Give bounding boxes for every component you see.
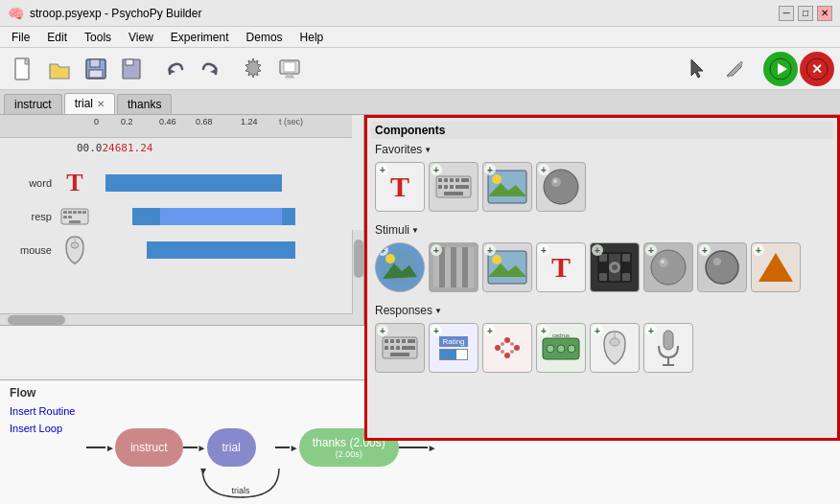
minimize-button[interactable]: ─ <box>779 6 794 21</box>
svg-point-87 <box>510 350 514 354</box>
timeline-counter: 00.024681.24 <box>77 142 152 154</box>
svg-point-66 <box>661 260 665 263</box>
section-responses[interactable]: Responses <box>371 300 833 319</box>
comp-rating[interactable]: + Rating <box>429 323 478 373</box>
menu-edit[interactable]: Edit <box>39 29 75 46</box>
bar-segment <box>147 241 296 259</box>
comp-mouse-resp[interactable]: + <box>590 323 640 373</box>
tab-thanks[interactable]: thanks <box>117 94 172 114</box>
stimuli-grid: + + + + T <box>371 239 833 300</box>
comp-cedrus[interactable]: + cedrus <box>536 323 586 373</box>
comp-keyboard-resp[interactable]: + <box>375 323 425 373</box>
menu-experiment[interactable]: Experiment <box>163 29 237 46</box>
row-icon-mouse[interactable] <box>58 236 92 264</box>
svg-rect-96 <box>664 331 673 350</box>
cursor-button[interactable] <box>681 52 715 86</box>
settings-button[interactable] <box>236 52 270 86</box>
maximize-button[interactable]: □ <box>798 6 813 21</box>
menu-help[interactable]: Help <box>292 29 332 46</box>
close-button[interactable]: ✕ <box>817 6 832 21</box>
redo-button[interactable] <box>194 52 228 86</box>
svg-marker-99 <box>200 469 206 474</box>
svg-point-64 <box>651 250 686 285</box>
svg-rect-75 <box>408 339 415 343</box>
svg-point-88 <box>501 350 504 354</box>
insert-loop-link[interactable]: Insert Loop <box>10 423 62 434</box>
menu-demos[interactable]: Demos <box>239 29 291 46</box>
svg-rect-60 <box>622 273 630 281</box>
svg-rect-30 <box>444 178 448 182</box>
v-scrollbar[interactable] <box>352 230 363 326</box>
loop-arrow: trials <box>193 467 270 503</box>
comp-image-fav[interactable]: + <box>482 162 532 212</box>
save-button[interactable] <box>79 52 113 86</box>
h-scroll-thumb <box>8 315 65 325</box>
monitor-button[interactable] <box>272 52 307 86</box>
svg-rect-35 <box>444 185 448 189</box>
stop-button[interactable]: ✕ <box>800 52 834 86</box>
svg-rect-71 <box>385 339 388 343</box>
comp-sound-fav[interactable]: + <box>536 162 586 212</box>
section-stimuli[interactable]: Stimuli <box>371 219 833 239</box>
row-icon-word[interactable]: T <box>58 169 92 197</box>
svg-rect-37 <box>455 185 469 189</box>
image-icon <box>487 170 527 204</box>
row-label-resp: resp <box>0 211 58 222</box>
comp-triangle[interactable]: + <box>751 242 801 292</box>
svg-rect-78 <box>396 346 400 350</box>
comp-sound-stimuli[interactable]: + <box>643 242 693 292</box>
new-file-button[interactable] <box>6 52 40 86</box>
comp-dots[interactable]: + <box>482 323 532 373</box>
svg-point-95 <box>610 338 619 346</box>
titlebar: 🧠 stroop.psyexp - PsychoPy Builder ─ □ ✕ <box>0 0 840 27</box>
menu-view[interactable]: View <box>121 29 161 46</box>
keyboard-icon <box>435 175 472 198</box>
svg-point-91 <box>557 345 565 353</box>
svg-rect-80 <box>390 353 409 356</box>
svg-point-45 <box>382 249 418 286</box>
row-icon-resp[interactable] <box>58 208 92 225</box>
comp-image-circ[interactable]: + <box>375 242 425 292</box>
flow-node-instruct[interactable]: instruct <box>115 428 183 467</box>
svg-rect-58 <box>622 254 630 262</box>
svg-rect-73 <box>396 339 400 343</box>
text-icon: T <box>66 169 82 197</box>
window-title: stroop.psyexp - PsychoPy Builder <box>30 7 201 20</box>
svg-point-92 <box>568 345 575 353</box>
run-button[interactable] <box>763 52 798 86</box>
section-favorites[interactable]: Favorites <box>371 139 833 158</box>
comp-text[interactable]: + T <box>375 162 425 212</box>
tab-trial[interactable]: trial ✕ <box>64 93 115 114</box>
comp-keyboard-fav[interactable]: + <box>429 162 478 212</box>
svg-point-41 <box>492 174 502 184</box>
tab-instruct[interactable]: instruct <box>4 94 62 114</box>
comp-image-sq[interactable]: + <box>482 242 532 292</box>
comp-polygon[interactable]: + <box>697 242 747 292</box>
flow-line-start <box>86 447 105 448</box>
row-label-word: word <box>0 177 58 189</box>
menu-file[interactable]: File <box>4 29 37 46</box>
svg-text:trials: trials <box>231 486 250 495</box>
save-as-button[interactable] <box>115 52 150 86</box>
favorites-grid: + T + + + <box>371 158 833 219</box>
flow-node-trial[interactable]: trial <box>207 428 256 467</box>
h-scrollbar[interactable] <box>0 313 353 325</box>
svg-rect-50 <box>445 247 451 287</box>
comp-text-stimuli[interactable]: + T <box>536 242 586 292</box>
svg-rect-31 <box>450 178 454 182</box>
comp-grating[interactable]: + <box>429 242 478 292</box>
svg-rect-2 <box>90 59 100 67</box>
open-button[interactable] <box>42 52 77 86</box>
svg-marker-11 <box>691 59 703 78</box>
svg-point-67 <box>706 251 738 284</box>
undo-button[interactable] <box>157 52 192 86</box>
svg-rect-3 <box>89 70 103 78</box>
comp-microphone[interactable]: + <box>643 323 693 373</box>
svg-marker-69 <box>758 253 793 282</box>
menu-tools[interactable]: Tools <box>77 29 119 46</box>
bar-segment <box>105 174 282 192</box>
tab-trial-close[interactable]: ✕ <box>97 99 105 109</box>
comp-movie[interactable]: + <box>590 242 640 292</box>
svg-rect-72 <box>390 339 394 343</box>
edit-button[interactable] <box>717 52 752 86</box>
